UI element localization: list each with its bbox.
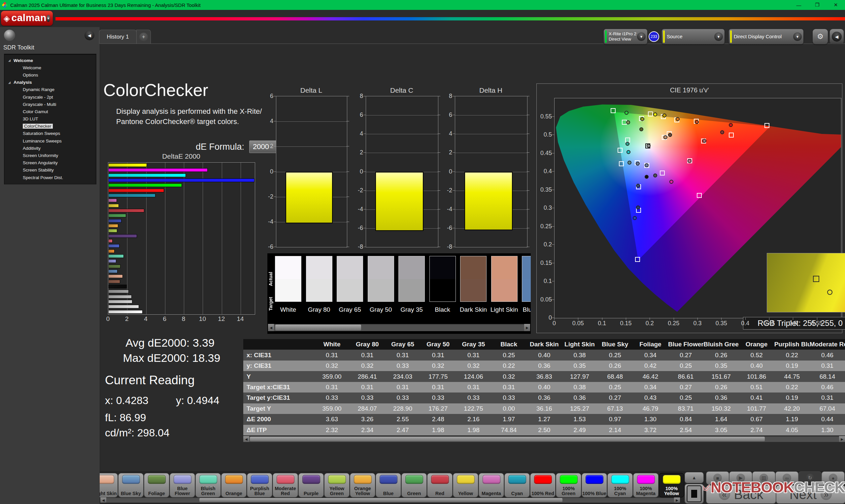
tick-mark	[438, 190, 440, 191]
pattern-button-foliage[interactable]: Foliage	[144, 473, 169, 497]
tick-mark	[552, 300, 554, 300]
swatch-scrollbar[interactable]: ◀ ▶	[268, 324, 530, 331]
pattern-color-swatch	[225, 475, 243, 484]
pattern-button-purplish-blue[interactable]: Purplish Blue	[247, 473, 272, 497]
table-cell: 0.32	[456, 362, 491, 370]
table-scrollbar-thumb[interactable]	[250, 437, 765, 441]
scroll-left-icon[interactable]: ◀	[100, 498, 106, 503]
pattern-button-purple[interactable]: Purple	[299, 473, 323, 497]
link-button[interactable]: ∞	[776, 472, 798, 484]
play-button[interactable]: ▶	[729, 472, 752, 484]
pattern-scrollbar-thumb[interactable]	[199, 498, 562, 502]
back-button[interactable]: « Back	[706, 486, 776, 503]
pattern-button-orange-yellow[interactable]: Orange Yellow	[350, 473, 375, 497]
pattern-button-blue-sky[interactable]: Blue Sky	[119, 473, 143, 497]
pattern-button-moderate-red[interactable]: Moderate Red	[273, 473, 298, 497]
chevron-down-icon: ▼	[714, 32, 723, 41]
sidebar-item-screen-angularity[interactable]: Screen Angularity	[4, 159, 96, 166]
cie-measured-marker	[664, 135, 667, 139]
sidebar-item-grayscale-2pt[interactable]: Grayscale - 2pt	[4, 93, 96, 101]
scroll-right-icon[interactable]: ▶	[839, 436, 845, 442]
pattern-button-blue-flower[interactable]: Blue Flower	[170, 473, 195, 497]
panel-collapse-button[interactable]: ◀	[830, 29, 844, 44]
meter-count-badge[interactable]: 233	[649, 31, 659, 42]
pattern-button-100-cyan[interactable]: 100% Cyan	[608, 473, 632, 497]
tick-mark	[438, 209, 440, 210]
pattern-button-100-yellow[interactable]: 100% Yellow	[659, 473, 684, 497]
sidebar-item-saturation-sweeps[interactable]: Saturation Sweeps	[4, 130, 96, 137]
pattern-button-light-skin[interactable]: Light Skin	[100, 473, 118, 497]
tab-history-1[interactable]: History 1	[99, 30, 137, 44]
swatch-label: Blue Sky	[520, 306, 531, 313]
scroll-right-icon[interactable]: ▶	[524, 324, 530, 331]
sidebar-collapse-button[interactable]: ◀	[85, 30, 94, 40]
source-dropdown[interactable]: Source ▼	[662, 29, 724, 44]
cie-x-tick-label: 0.5	[786, 320, 800, 327]
next-button[interactable]: Next »	[776, 486, 845, 503]
meter-dropdown[interactable]: X-Rite i1Pro 2 Direct View ▼	[604, 29, 647, 44]
pattern-button-100-blue[interactable]: 100% Blue	[582, 473, 607, 497]
sidebar-item-color-gamut[interactable]: Color Gamut	[4, 108, 96, 115]
sidebar-item-analysis[interactable]: ◢Analysis	[4, 79, 96, 86]
deltae-bar-bluish-green	[108, 254, 124, 258]
refresh-button[interactable]: ↻	[799, 472, 821, 484]
table-cell: 0.32	[350, 362, 385, 370]
calman-logo-button[interactable]: ◈ calman ▼	[1, 11, 53, 26]
pattern-button-green[interactable]: Green	[402, 473, 426, 497]
settings-button[interactable]: ⚙	[813, 29, 828, 44]
pattern-button-cyan[interactable]: Cyan	[505, 473, 529, 497]
pattern-button-yellow-green[interactable]: Yellow Green	[324, 473, 349, 497]
x-tick-label: 6	[160, 315, 169, 323]
sidebar-item-options[interactable]: Options	[4, 71, 96, 78]
pattern-button-red[interactable]: Red	[427, 473, 452, 497]
sidebar-item-welcome[interactable]: ◢Welcome	[4, 57, 96, 64]
sidebar-item-screen-uniformity[interactable]: Screen Uniformity	[4, 152, 96, 159]
table-scrollbar[interactable]: ◀ ▶	[243, 436, 845, 442]
sidebar-item-luminance-sweeps[interactable]: Luminance Sweeps	[4, 137, 96, 144]
close-button[interactable]: ✕	[827, 0, 845, 10]
cie-target-marker	[611, 108, 616, 113]
add-tab-button[interactable]: +	[136, 30, 151, 44]
sidebar-item-dynamic-range[interactable]: Dynamic Range	[4, 86, 96, 93]
workflow-title: SDR Toolkit	[3, 44, 34, 51]
deltae-bar-white	[108, 310, 143, 314]
pattern-button-magenta[interactable]: Magenta	[479, 473, 504, 497]
table-cell: 0.31	[314, 352, 350, 359]
sidebar-item-welcome[interactable]: Welcome	[4, 64, 96, 71]
sidebar-item-colorchecker[interactable]: ColorChecker	[4, 123, 96, 130]
swatch-label: Gray 65	[334, 306, 365, 313]
table-cell: 0.19	[774, 362, 810, 370]
tree-expand-icon[interactable]: ◢	[8, 81, 12, 84]
pattern-button-orange[interactable]: Orange	[222, 473, 246, 497]
circle-button[interactable]: ●	[822, 472, 844, 484]
pattern-scrollbar[interactable]: ◀ ▶	[100, 498, 680, 503]
pattern-color-swatch	[560, 475, 578, 484]
sidebar-item-spectral-power-dist-[interactable]: Spectral Power Dist.	[4, 174, 96, 181]
pattern-button-100-red[interactable]: 100% Red	[530, 473, 555, 497]
patterns-expand-button[interactable]: ▲	[685, 472, 703, 483]
sidebar-item-3d-lut[interactable]: 3D LUT	[4, 115, 96, 123]
sidebar-item-grayscale-multi[interactable]: Grayscale - Multi	[4, 101, 96, 108]
sidebar-item-additivity[interactable]: Additivity	[4, 144, 96, 152]
report-button[interactable]: ▥	[753, 472, 775, 484]
tree-expand-icon[interactable]: ◢	[8, 59, 12, 62]
logo-menu-button[interactable]: ▼	[47, 15, 50, 22]
pattern-button-bluish-green[interactable]: Bluish Green	[196, 473, 221, 497]
display-control-dropdown[interactable]: Direct Display Control ▼	[729, 29, 804, 44]
stop-button[interactable]: ■	[706, 472, 729, 484]
pattern-button-100-magenta[interactable]: 100% Magenta	[633, 473, 658, 497]
scroll-left-icon[interactable]: ◀	[243, 436, 249, 442]
scroll-right-icon[interactable]: ▶	[674, 498, 680, 503]
scroll-left-icon[interactable]: ◀	[268, 324, 274, 331]
minimize-button[interactable]: —	[790, 0, 808, 10]
status-orb[interactable]	[4, 30, 15, 41]
pattern-button-yellow[interactable]: Yellow	[453, 473, 478, 497]
pattern-window-button[interactable]	[685, 484, 703, 503]
sidebar-item-screen-stability[interactable]: Screen Stability	[4, 166, 96, 174]
pattern-button-blue[interactable]: Blue	[376, 473, 401, 497]
table-cell: 86.61	[668, 373, 703, 380]
swatch-scrollbar-thumb[interactable]	[275, 325, 361, 330]
table-cell: 2.49	[562, 427, 597, 434]
restore-button[interactable]: ❐	[808, 0, 827, 10]
pattern-button-100-green[interactable]: 100% Green	[556, 473, 581, 497]
